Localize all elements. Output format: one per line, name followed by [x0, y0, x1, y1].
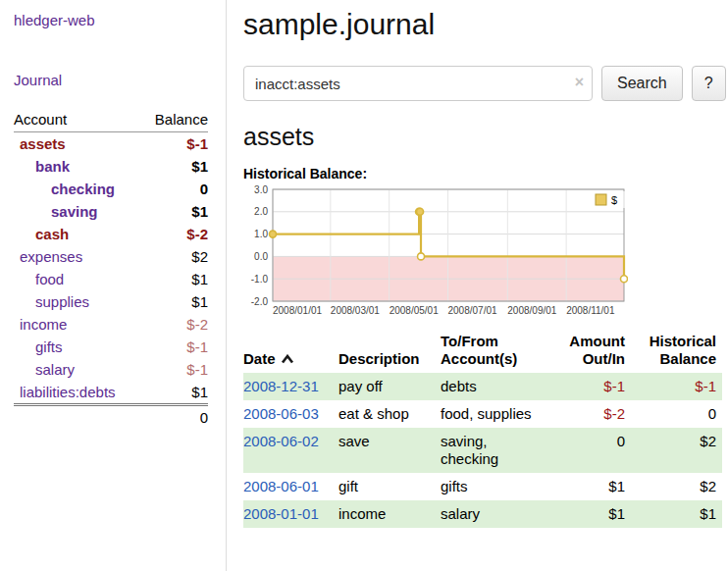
account-link[interactable]: income — [20, 316, 67, 333]
transaction-date-link[interactable]: 2008-06-01 — [243, 478, 319, 494]
svg-text:2008/07/01: 2008/07/01 — [448, 305, 497, 316]
transaction-balance: $1 — [631, 500, 722, 528]
historical-balance-label: Historical Balance: — [243, 166, 722, 182]
account-row: food $1 — [14, 268, 208, 290]
sidebar: hledger-web Journal Account Balance asse… — [0, 0, 227, 571]
help-button[interactable]: ? — [692, 66, 726, 101]
app-title-link[interactable]: hledger-web — [14, 12, 95, 28]
transaction-row: 2008-01-01 income salary $1 $1 — [243, 500, 722, 528]
transaction-row: 2008-06-01 gift gifts $1 $2 — [243, 473, 722, 500]
account-balance: $1 — [141, 268, 208, 290]
search-input[interactable] — [243, 66, 593, 101]
transactions-table: Date Description To/From Account(s) Amou… — [243, 331, 722, 528]
col-header-description: Description — [338, 331, 441, 373]
transaction-row: 2008-12-31 pay off debts $-1 $-1 — [243, 373, 722, 400]
svg-text:$: $ — [611, 194, 617, 206]
main-content: sample.journal × Search ? assets Histori… — [227, 0, 728, 571]
transaction-row: 2008-06-02 save saving, checking 0 $2 — [243, 428, 722, 473]
transaction-accounts: gifts — [441, 473, 550, 500]
account-link[interactable]: expenses — [20, 248, 82, 265]
balance-chart: 3.02.01.00.0-1.0-2.02008/01/012008/03/01… — [243, 185, 628, 319]
account-row: salary $-1 — [14, 358, 208, 381]
transaction-description: pay off — [338, 373, 441, 400]
account-link[interactable]: supplies — [35, 293, 89, 310]
transaction-date-cell: 2008-06-03 — [243, 400, 338, 428]
account-row: checking 0 — [14, 178, 208, 200]
account-row: liabilities:debts $1 — [14, 381, 208, 405]
account-balance: $1 — [141, 381, 208, 405]
accounts-body: assets $-1 bank $1 checking 0 saving $1 … — [14, 132, 208, 405]
account-row: expenses $2 — [14, 245, 208, 268]
svg-text:-1.0: -1.0 — [251, 274, 269, 285]
account-link[interactable]: assets — [20, 135, 66, 152]
transaction-amount: $1 — [550, 500, 631, 528]
account-row: income $-2 — [14, 313, 208, 336]
col-header-amount: Amount Out/In — [550, 331, 631, 373]
search-button[interactable]: Search — [601, 66, 683, 101]
account-link[interactable]: saving — [51, 203, 98, 220]
account-link[interactable]: bank — [35, 158, 70, 175]
account-row: assets $-1 — [14, 132, 208, 156]
svg-text:2008/01/01: 2008/01/01 — [273, 305, 322, 316]
transaction-accounts: debts — [441, 373, 550, 400]
svg-text:2008/05/01: 2008/05/01 — [390, 305, 439, 316]
svg-text:2008/03/01: 2008/03/01 — [331, 305, 380, 316]
account-balance: $1 — [141, 155, 208, 178]
transaction-accounts: saving, checking — [441, 428, 550, 473]
col-header-balance: Historical Balance — [631, 331, 722, 373]
transaction-date-link[interactable]: 2008-12-31 — [243, 378, 319, 394]
account-link[interactable]: salary — [35, 361, 75, 378]
account-balance: $1 — [141, 290, 208, 313]
account-link[interactable]: food — [35, 271, 64, 287]
transaction-date-cell: 2008-06-02 — [243, 428, 338, 473]
account-row: bank $1 — [14, 155, 208, 178]
account-link[interactable]: gifts — [35, 338, 63, 355]
balance-col-header: Balance — [141, 109, 208, 132]
transaction-row: 2008-06-03 eat & shop food, supplies $-2… — [243, 400, 722, 428]
transaction-date-link[interactable]: 2008-06-02 — [243, 433, 319, 449]
transactions-body: 2008-12-31 pay off debts $-1 $-1 2008-06… — [243, 373, 722, 528]
transaction-amount: $-1 — [550, 373, 631, 400]
transaction-date-cell: 2008-01-01 — [243, 500, 338, 528]
transaction-balance: $-1 — [631, 373, 722, 400]
transaction-date-cell: 2008-06-01 — [243, 473, 338, 500]
transaction-description: income — [338, 500, 441, 528]
transaction-description: eat & shop — [338, 400, 441, 428]
accounts-total-row: 0 — [14, 405, 208, 430]
transaction-date-cell: 2008-12-31 — [243, 373, 338, 400]
transaction-balance: 0 — [631, 400, 722, 428]
transaction-description: save — [338, 428, 441, 473]
account-row: gifts $-1 — [14, 336, 208, 358]
account-row: cash $-2 — [14, 223, 208, 245]
search-row: × Search ? — [243, 66, 722, 101]
svg-text:3.0: 3.0 — [254, 185, 268, 195]
col-header-accounts: To/From Account(s) — [441, 331, 550, 373]
journal-link[interactable]: Journal — [14, 72, 208, 88]
svg-text:2008/11/01: 2008/11/01 — [566, 305, 615, 316]
account-row: saving $1 — [14, 200, 208, 223]
account-balance: $-1 — [141, 358, 208, 381]
accounts-table: Account Balance assets $-1 bank $1 check… — [14, 109, 208, 429]
account-link[interactable]: cash — [35, 226, 69, 242]
sort-ascending-icon — [281, 354, 294, 364]
account-link[interactable]: checking — [51, 181, 115, 197]
accounts-total: 0 — [141, 405, 208, 430]
transaction-amount: $-2 — [550, 400, 631, 428]
transaction-accounts: food, supplies — [441, 400, 550, 428]
transaction-date-link[interactable]: 2008-06-03 — [243, 405, 319, 422]
account-balance: $-2 — [141, 313, 208, 336]
transaction-balance: $2 — [631, 428, 722, 473]
transaction-accounts: salary — [441, 500, 550, 528]
account-balance: $-2 — [141, 223, 208, 245]
account-link[interactable]: liabilities:debts — [20, 384, 116, 400]
col-header-date[interactable]: Date — [243, 331, 338, 373]
page-title: sample.journal — [243, 8, 722, 41]
transaction-date-link[interactable]: 2008-01-01 — [243, 505, 319, 522]
svg-text:2008/09/01: 2008/09/01 — [507, 305, 556, 316]
account-balance: $-1 — [141, 336, 208, 358]
account-balance: 0 — [141, 178, 208, 200]
account-row: supplies $1 — [14, 290, 208, 313]
clear-search-icon[interactable]: × — [575, 73, 584, 92]
svg-text:1.0: 1.0 — [254, 229, 268, 239]
svg-text:2.0: 2.0 — [254, 206, 268, 217]
